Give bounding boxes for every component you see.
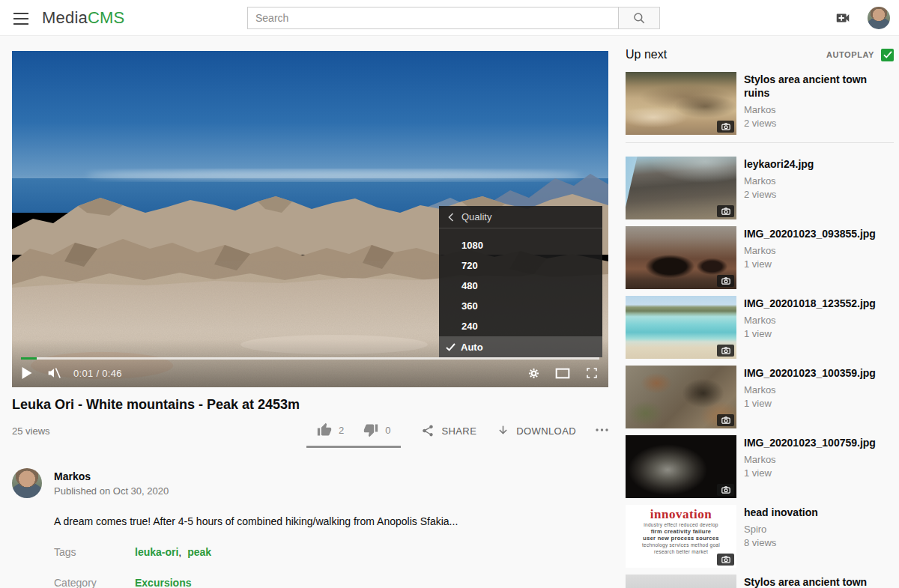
video-player[interactable]: Quality 1080 720 480 360 240 Auto: [12, 51, 608, 387]
item-thumbnail: [626, 72, 736, 135]
dislike-count: 0: [385, 425, 390, 436]
quality-menu-title: Quality: [461, 211, 491, 222]
tag-link-leuka-ori[interactable]: leuka-ori: [135, 546, 178, 558]
quality-menu-back[interactable]: Quality: [439, 206, 602, 228]
play-button[interactable]: [21, 367, 32, 379]
upload-media-button[interactable]: [833, 9, 853, 27]
search-input[interactable]: [247, 7, 619, 29]
like-button[interactable]: 2: [317, 422, 344, 437]
ellipsis-icon: [596, 428, 608, 431]
search-bar: [247, 7, 660, 29]
up-next-item[interactable]: Stylos area ancient town ruins Markos 2 …: [626, 72, 894, 135]
more-options-button[interactable]: [596, 422, 608, 431]
video-progress-bar[interactable]: [21, 357, 599, 360]
search-button[interactable]: [619, 7, 660, 29]
settings-button[interactable]: [528, 368, 539, 379]
theater-mode-icon: [555, 368, 570, 379]
photo-badge: [717, 345, 734, 357]
thumb-down-icon: [363, 422, 378, 437]
item-views: 2 views: [744, 118, 886, 129]
photo-badge: [717, 414, 734, 426]
divider: [626, 142, 894, 143]
quality-option-720[interactable]: 720: [439, 255, 602, 276]
download-icon: [497, 424, 509, 437]
play-icon: [21, 367, 32, 379]
up-next-item[interactable]: IMG_20201023_100759.jpg Markos 1 view: [626, 435, 894, 498]
item-thumbnail: [626, 226, 736, 289]
info-row: 25 views 2 0: [12, 422, 608, 448]
item-author: Markos: [744, 384, 876, 395]
fullscreen-button[interactable]: [586, 367, 598, 379]
like-count: 2: [339, 425, 344, 436]
theater-mode-button[interactable]: [555, 368, 570, 379]
quality-option-480[interactable]: 480: [439, 276, 602, 296]
item-views: 1 view: [744, 398, 876, 409]
item-views: 1 view: [744, 467, 876, 479]
quality-option-240[interactable]: 240: [439, 316, 602, 336]
photo-badge: [717, 121, 734, 133]
photo-badge: [717, 484, 734, 496]
video-call-icon: [833, 10, 853, 26]
logo[interactable]: MediaCMS: [42, 0, 124, 35]
quality-options: 1080 720 480 360 240 Auto: [439, 228, 602, 357]
chevron-left-icon: [448, 213, 454, 222]
up-next-item[interactable]: leykaori24.jpg Markos 2 views: [626, 157, 894, 219]
item-author: Markos: [744, 104, 886, 115]
quality-option-360[interactable]: 360: [439, 296, 602, 316]
share-button[interactable]: SHARE: [421, 422, 476, 437]
logo-media: Media: [42, 8, 88, 27]
item-thumbnail: [626, 366, 736, 428]
up-next-item[interactable]: IMG_20201018_123552.jpg Markos 1 view: [626, 296, 894, 359]
item-title: IMG_20201023_100359.jpg: [744, 366, 876, 380]
item-title: IMG_20201023_093855.jpg: [744, 227, 876, 240]
up-next-title: Up next: [626, 48, 667, 61]
logo-cms: CMS: [88, 8, 125, 27]
search-icon: [632, 11, 646, 25]
item-author: Markos: [744, 315, 876, 326]
item-thumbnail: [626, 296, 736, 359]
user-avatar[interactable]: [868, 7, 890, 29]
gear-icon: [528, 368, 539, 379]
action-bar: 2 0 SHARE: [306, 422, 608, 448]
check-icon: [446, 343, 455, 351]
author-avatar[interactable]: [12, 468, 42, 498]
view-count: 25 views: [12, 422, 50, 437]
photo-badge: [717, 275, 734, 287]
quality-option-auto[interactable]: Auto: [439, 336, 602, 357]
item-title: head inovation: [744, 506, 818, 519]
tags-label: Tags: [54, 546, 135, 558]
wordcloud-main-word: innovation: [626, 508, 736, 521]
dislike-button[interactable]: 0: [363, 422, 390, 437]
item-title: Stylos area ancient town ruins: [744, 73, 886, 100]
author-name[interactable]: Markos: [54, 470, 169, 482]
up-next-item[interactable]: IMG_20201023_100359.jpg Markos 1 view: [626, 366, 894, 428]
photo-badge: [717, 205, 734, 217]
tags-row: Tags leuka-ori,peak: [54, 546, 608, 558]
volume-muted-icon: [46, 366, 61, 380]
item-views: 2 views: [744, 189, 814, 200]
category-label: Category: [54, 577, 135, 588]
item-author: Spiro: [744, 524, 818, 535]
up-next-item[interactable]: Stylos area ancient town ruins: [626, 575, 894, 588]
author-row: Markos Published on Oct 30, 2020: [12, 468, 608, 498]
item-thumbnail: innovation industry effect reduced devel…: [626, 505, 736, 568]
item-views: 8 views: [744, 537, 818, 548]
share-label: SHARE: [441, 425, 476, 437]
media-description: A dream comes true! After 4-5 hours of c…: [54, 515, 608, 527]
download-button[interactable]: DOWNLOAD: [497, 422, 576, 437]
mute-button[interactable]: [46, 366, 61, 380]
rating-group: 2 0: [306, 422, 401, 448]
item-thumbnail: [626, 575, 736, 588]
share-icon: [421, 424, 435, 437]
tag-link-peak[interactable]: peak: [187, 546, 211, 558]
up-next-sidebar: Up next AUTOPLAY Stylos area ancient tow…: [626, 45, 894, 588]
up-next-item[interactable]: IMG_20201023_093855.jpg Markos 1 view: [626, 226, 894, 289]
menu-icon[interactable]: [12, 9, 30, 27]
item-author: Markos: [744, 454, 876, 465]
category-row: Category Excursions: [54, 577, 608, 588]
category-link[interactable]: Excursions: [135, 577, 191, 588]
up-next-item[interactable]: innovation industry effect reduced devel…: [626, 505, 894, 568]
autoplay-checkbox[interactable]: [881, 49, 894, 61]
item-views: 1 view: [744, 328, 876, 339]
quality-option-1080[interactable]: 1080: [439, 235, 602, 255]
